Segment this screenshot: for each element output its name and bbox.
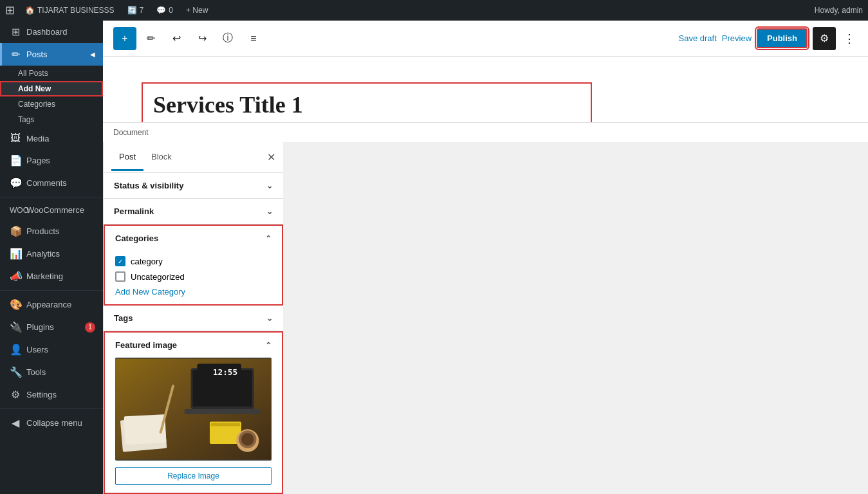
svg-rect-4 (185, 409, 261, 414)
sidebar-item-pages[interactable]: 📄 Pages (0, 149, 103, 172)
sidebar-item-label: Plugins (26, 322, 54, 332)
undo-icon: ↩ (172, 32, 181, 44)
sidebar-item-add-new[interactable]: Add New (0, 81, 103, 96)
status-visibility-header[interactable]: Status & visibility ⌄ (104, 173, 283, 198)
sidebar-item-comments[interactable]: 💬 Comments (0, 172, 103, 194)
plugins-icon: 🔌 (10, 321, 21, 333)
editor-content[interactable]: Services Title 1 Lorem Ipsum is simply d… (103, 57, 868, 122)
sidebar-item-plugins[interactable]: 🔌 Plugins 1 (0, 316, 103, 338)
permalink-section: Permalink ⌄ (104, 199, 283, 224)
categories-header[interactable]: Categories ⌃ (105, 226, 282, 251)
appearance-icon: 🎨 (10, 298, 21, 311)
list-icon: ≡ (250, 33, 256, 44)
featured-image-header[interactable]: Featured image ⌃ (105, 333, 282, 358)
featured-image-body: 12:55 (105, 358, 282, 493)
analytics-icon: 📊 (10, 248, 21, 260)
category-label-uncategorized: Uncategorized (131, 272, 185, 282)
sidebar-item-marketing[interactable]: 📣 Marketing (0, 265, 103, 288)
sidebar-divider (0, 197, 103, 197)
preview-button[interactable]: Preview (722, 33, 752, 43)
permalink-label: Permalink (114, 206, 154, 216)
svg-rect-8 (124, 414, 167, 444)
featured-image-chevron: ⌃ (265, 341, 272, 350)
editor-toolbar: + ✏ ↩ ↪ ⓘ ≡ Save draft (103, 21, 868, 57)
sidebar-item-tools[interactable]: 🔧 Tools (0, 361, 103, 383)
comments-count[interactable]: 💬 0 (154, 6, 176, 15)
redo-button[interactable]: ↪ (190, 27, 214, 50)
status-visibility-section: Status & visibility ⌄ (104, 173, 283, 199)
save-draft-button[interactable]: Save draft (679, 33, 717, 43)
sidebar-item-appearance[interactable]: 🎨 Appearance (0, 293, 103, 316)
sidebar-item-categories[interactable]: Categories (0, 96, 103, 112)
featured-image-section: Featured image ⌃ (104, 331, 283, 494)
editor-footer: Document (103, 122, 868, 142)
tab-post[interactable]: Post (111, 144, 143, 171)
updates-count[interactable]: 🔄 7 (125, 6, 147, 15)
plugins-badge: 1 (85, 322, 95, 333)
sidebar-item-label: Users (26, 345, 48, 354)
panel-close-button[interactable]: ✕ (267, 151, 275, 163)
right-panel: Post Block ✕ Status & visibility ⌄ Perma… (103, 142, 283, 494)
svg-text:12:55: 12:55 (213, 367, 237, 377)
edit-icon: ✏ (147, 32, 155, 44)
post-title[interactable]: Services Title 1 (153, 91, 580, 118)
admin-bar: ⊞ 🏠 TIJARAT BUSINESSS 🔄 7 💬 0 + New Howd… (0, 0, 868, 21)
add-block-button[interactable]: + (113, 27, 136, 50)
document-label: Document (113, 128, 149, 137)
sidebar-item-label: Media (26, 134, 49, 143)
category-checkbox-uncategorized[interactable] (115, 271, 125, 282)
sidebar-item-label: Analytics (26, 249, 60, 259)
sidebar-item-collapse[interactable]: ◀ Collapse menu (0, 412, 103, 434)
main-layout: ⊞ Dashboard ✏ Posts ◀ All Posts Add New … (0, 21, 868, 494)
svg-rect-10 (211, 423, 240, 426)
sidebar-item-label: Tools (26, 367, 46, 377)
site-name[interactable]: 🏠 TIJARAT BUSINESSS (23, 6, 117, 15)
products-icon: 📦 (10, 225, 21, 237)
undo-button[interactable]: ↩ (165, 27, 188, 50)
edit-button[interactable]: ✏ (139, 27, 162, 50)
sidebar-item-settings[interactable]: ⚙ Settings (0, 383, 103, 406)
permalink-header[interactable]: Permalink ⌄ (104, 199, 283, 224)
replace-image-button[interactable]: Replace Image (115, 467, 272, 485)
featured-image-svg: 12:55 (115, 358, 272, 461)
tags-section: Tags ⌄ (104, 306, 283, 331)
sidebar-item-label: Appearance (26, 300, 71, 309)
tags-header[interactable]: Tags ⌄ (104, 306, 283, 331)
add-new-category-link[interactable]: Add New Category (115, 287, 272, 297)
tab-block[interactable]: Block (143, 144, 180, 171)
sidebar-item-media[interactable]: 🖼 Media (0, 127, 103, 149)
info-button[interactable]: ⓘ (216, 27, 239, 50)
collapse-icon: ◀ (10, 417, 21, 429)
publish-button[interactable]: Publish (757, 28, 808, 48)
category-item-category: ✓ category (115, 256, 272, 266)
featured-image-preview: 12:55 (115, 358, 272, 461)
sidebar-divider-3 (0, 408, 103, 409)
sidebar-item-tags[interactable]: Tags (0, 112, 103, 127)
sidebar-item-label: Collapse menu (26, 418, 82, 428)
sidebar-item-label: Marketing (26, 271, 63, 281)
sidebar-item-label: Posts (26, 50, 48, 59)
categories-chevron: ⌃ (265, 234, 272, 243)
post-title-block[interactable]: Services Title 1 (142, 82, 592, 122)
greeting: Howdy, admin (815, 6, 863, 15)
info-icon: ⓘ (223, 32, 233, 45)
sidebar-item-users[interactable]: 👤 Users (0, 338, 103, 361)
panel-tabs: Post Block ✕ (104, 142, 283, 173)
svg-point-13 (241, 433, 254, 446)
sidebar-item-analytics[interactable]: 📊 Analytics (0, 242, 103, 265)
new-item-button[interactable]: + New (183, 6, 210, 15)
category-checkbox-category[interactable]: ✓ (115, 256, 125, 266)
gear-icon: ⚙ (820, 32, 829, 44)
sidebar-item-all-posts[interactable]: All Posts (0, 66, 103, 81)
wp-logo[interactable]: ⊞ (5, 3, 15, 17)
sidebar-item-woocommerce[interactable]: WOO WooCommerce (0, 200, 103, 220)
sidebar-item-dashboard[interactable]: ⊞ Dashboard (0, 21, 103, 43)
settings-gear-button[interactable]: ⚙ (813, 27, 836, 50)
sidebar-item-label: Dashboard (26, 27, 68, 37)
list-view-button[interactable]: ≡ (242, 27, 265, 50)
sidebar-item-posts[interactable]: ✏ Posts ◀ (0, 43, 103, 66)
categories-section: Categories ⌃ ✓ category Uncategorized Ad… (104, 224, 283, 306)
marketing-icon: 📣 (10, 270, 21, 282)
more-options-button[interactable]: ⋮ (841, 29, 858, 48)
sidebar-item-products[interactable]: 📦 Products (0, 220, 103, 242)
